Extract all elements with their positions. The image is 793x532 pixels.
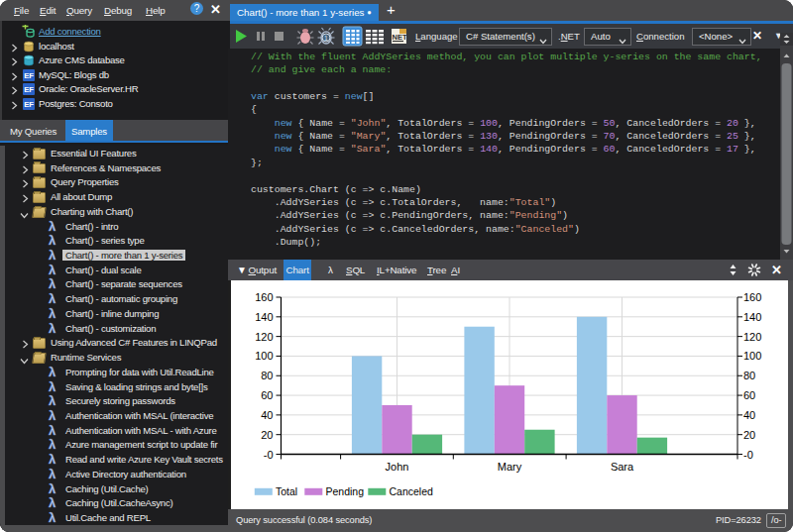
svg-text:120: 120 bbox=[743, 331, 761, 343]
svg-text:160: 160 bbox=[743, 291, 761, 303]
svg-text:160: 160 bbox=[255, 291, 273, 303]
svg-text:John: John bbox=[386, 461, 409, 473]
svg-text:20: 20 bbox=[743, 429, 755, 441]
svg-text:Sara: Sara bbox=[611, 461, 634, 473]
svg-text:100: 100 bbox=[255, 350, 273, 362]
svg-text:EF: EF bbox=[24, 71, 34, 80]
svg-text:80: 80 bbox=[743, 370, 755, 381]
svg-text:EF: EF bbox=[24, 100, 34, 109]
svg-text:EF: EF bbox=[24, 85, 34, 94]
svg-text:60: 60 bbox=[743, 389, 755, 401]
svg-text:-0: -0 bbox=[743, 449, 753, 461]
svg-text:140: 140 bbox=[743, 311, 761, 323]
svg-text:Total: Total bbox=[276, 485, 297, 497]
svg-text:20: 20 bbox=[261, 429, 273, 441]
svg-text:NET: NET bbox=[393, 33, 407, 42]
svg-text:140: 140 bbox=[255, 311, 273, 323]
svg-text:1: 1 bbox=[324, 35, 328, 42]
svg-text:60: 60 bbox=[261, 389, 273, 401]
svg-text:Pending: Pending bbox=[326, 485, 365, 497]
svg-text:40: 40 bbox=[743, 409, 755, 421]
svg-text:-0: -0 bbox=[264, 449, 274, 461]
svg-text:Mary: Mary bbox=[498, 461, 522, 473]
svg-text:100: 100 bbox=[743, 350, 761, 362]
svg-text:120: 120 bbox=[255, 331, 273, 343]
svg-text:Canceled: Canceled bbox=[390, 485, 434, 497]
svg-text:80: 80 bbox=[261, 370, 273, 381]
svg-text:40: 40 bbox=[261, 409, 273, 421]
